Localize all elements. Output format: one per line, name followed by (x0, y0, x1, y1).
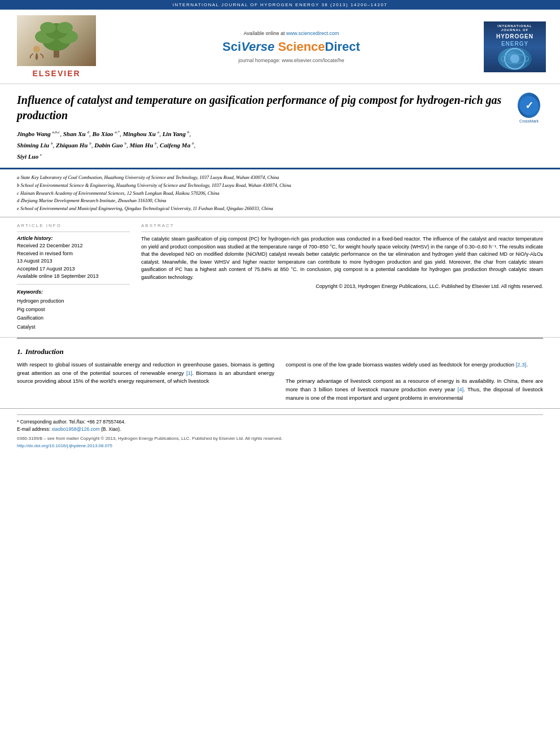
affiliation-a: a State Key Laboratory of Coal Combustio… (17, 174, 543, 182)
divider2 (17, 284, 130, 285)
divider1 (17, 231, 130, 232)
abstract-text: The catalytic steam gasification of pig … (141, 235, 543, 281)
crossmark-label: CrossMark (519, 119, 539, 123)
affiliation-d: d Zhejiang Marine Development Research I… (17, 197, 543, 205)
elsevier-logo-area: ELSEVIER (11, 15, 102, 78)
abstract-header: ABSTRACT (141, 223, 543, 228)
article-info-panel: ARTICLE INFO Article history: Received 2… (17, 223, 130, 331)
affiliation-c: c Hainan Research Academy of Environment… (17, 190, 543, 198)
journal-cover-visual (498, 47, 532, 70)
keywords-title: Keywords: (17, 289, 130, 295)
affiliations-section: a State Key Laboratory of Coal Combustio… (0, 169, 560, 217)
sciverse-logo: SciVerse ScienceDirect (222, 40, 360, 54)
keyword-2: Pig compost (17, 305, 130, 314)
revised-label: Received in revised form (17, 250, 130, 258)
svg-text:✓: ✓ (525, 100, 533, 111)
title-and-authors: Influence of catalyst and temperature on… (17, 93, 509, 162)
available-online-text: Available online at www.sciencedirect.co… (244, 30, 339, 36)
section-number: 1. (17, 347, 23, 356)
article-info-header: ARTICLE INFO (17, 223, 130, 228)
doi-link[interactable]: http://dx.doi.org/10.1016/j.ijhydene.201… (17, 443, 112, 448)
journal-banner: INTERNATIONAL JOURNAL OF HYDROGEN ENERGY… (0, 0, 560, 10)
journal-homepage-text: journal homepage: www.elsevier.com/locat… (238, 58, 344, 63)
article-title: Influence of catalyst and temperature on… (17, 93, 509, 123)
cover-circle-graphic (501, 47, 529, 70)
received-date: Received 22 December 2012 (17, 242, 130, 250)
journal-cover-image: INTERNATIONAL JOURNAL OF HYDROGEN ENERGY (484, 21, 546, 72)
keyword-3: Gasification (17, 314, 130, 322)
authors-line: Jingbo Wang a,b,c, Shan Xu d, Bo Xiao a,… (17, 129, 509, 162)
copyright-text: Copyright © 2013, Hydrogen Energy Public… (141, 283, 543, 289)
available-date: Available online 18 September 2013 (17, 273, 130, 281)
intro-col-left: With respect to global issues of sustain… (17, 361, 274, 403)
svg-point-6 (57, 22, 73, 33)
section-title-1: 1. Introduction (17, 347, 543, 356)
footer-section: * Corresponding author. Tel./fax: +86 27… (0, 408, 560, 451)
journal-center-header: Available online at www.sciencedirect.co… (107, 15, 475, 78)
introduction-section: 1. Introduction With respect to global i… (0, 339, 560, 408)
abstract-divider (141, 231, 543, 232)
doi-note: http://dx.doi.org/10.1016/j.ijhydene.201… (17, 443, 543, 448)
accepted-date: Accepted 17 August 2013 (17, 265, 130, 273)
elsevier-wordmark: ELSEVIER (32, 69, 80, 78)
affiliation-e: e School of Environmental and Municipal … (17, 205, 543, 213)
keyword-1: Hydrogen production (17, 297, 130, 305)
affiliation-b: b School of Environmental Science & Engi… (17, 182, 543, 190)
journal-cover-area: INTERNATIONAL JOURNAL OF HYDROGEN ENERGY (481, 15, 549, 78)
issn-note: 0360-3199/$ – see front matter Copyright… (17, 436, 543, 441)
author-email-link[interactable]: xiaobo1958@126.com (51, 426, 99, 432)
email-note: E-mail address: xiaobo1958@126.com (B. X… (17, 426, 543, 434)
svg-point-9 (510, 54, 519, 63)
footer-divider (17, 414, 543, 415)
journal-cover-title: INTERNATIONAL JOURNAL OF HYDROGEN ENERGY (487, 24, 543, 48)
journal-header: ELSEVIER Available online at www.science… (0, 10, 560, 84)
info-abstract-section: ARTICLE INFO Article history: Received 2… (0, 217, 560, 338)
sciverse-url-link[interactable]: www.sciencedirect.com (286, 30, 339, 36)
abstract-panel: ABSTRACT The catalytic steam gasificatio… (141, 223, 543, 331)
crossmark-icon: ✓ (518, 93, 540, 118)
title-section: Influence of catalyst and temperature on… (0, 84, 560, 169)
introduction-columns: With respect to global issues of sustain… (17, 361, 543, 403)
section-name: Introduction (25, 347, 64, 356)
elsevier-tree-svg (17, 15, 96, 63)
svg-point-7 (33, 46, 40, 53)
svg-point-5 (40, 22, 56, 33)
keyword-4: Catalyst (17, 323, 130, 331)
crossmark-svg: ✓ (519, 95, 539, 116)
article-history-label: Article history: (17, 235, 130, 241)
elsevier-logo-image (17, 15, 96, 66)
revised-date: 13 August 2013 (17, 257, 130, 265)
corresponding-author-note: * Corresponding author. Tel./fax: +86 27… (17, 418, 543, 426)
crossmark-area[interactable]: ✓ CrossMark (515, 93, 543, 123)
intro-col-right: compost is one of the low grade biomass … (286, 361, 543, 403)
